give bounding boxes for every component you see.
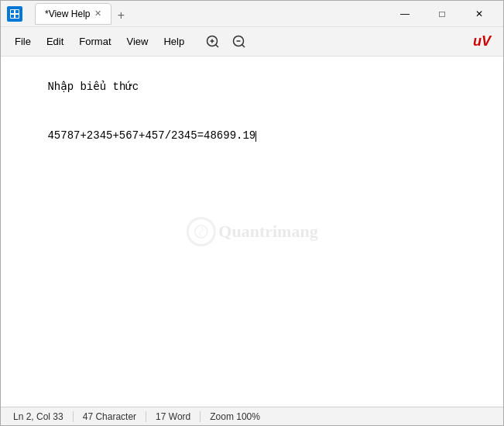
editor-line2: 45787+2345+567+457/2345=48699.19 bbox=[47, 129, 255, 142]
editor-content: Nhập biểu thức 45787+2345+567+457/2345=4… bbox=[9, 63, 495, 160]
watermark: Quantrimang bbox=[186, 217, 317, 246]
svg-line-8 bbox=[216, 44, 219, 47]
title-bar-center: *View Help ✕ + bbox=[29, 3, 387, 25]
active-tab[interactable]: *View Help ✕ bbox=[35, 3, 111, 25]
status-ln-col: Ln 2, Col 33 bbox=[13, 411, 74, 422]
status-characters: 47 Character bbox=[74, 411, 146, 422]
menu-edit[interactable]: Edit bbox=[39, 31, 71, 52]
app-icon bbox=[7, 6, 22, 22]
close-btn[interactable]: ✕ bbox=[461, 1, 497, 27]
toolbar bbox=[201, 31, 251, 53]
menu-bar-right: uV bbox=[473, 33, 497, 50]
zoom-in-btn[interactable] bbox=[201, 31, 225, 53]
status-bar: Ln 2, Col 33 47 Character 17 Word Zoom 1… bbox=[1, 407, 503, 425]
minimize-btn[interactable]: — bbox=[387, 1, 423, 27]
maximize-btn[interactable]: □ bbox=[424, 1, 460, 27]
svg-rect-3 bbox=[15, 10, 19, 13]
title-bar-controls: — □ ✕ bbox=[387, 1, 497, 27]
title-bar: *View Help ✕ + — □ ✕ bbox=[1, 1, 503, 27]
menu-file[interactable]: File bbox=[7, 31, 39, 52]
svg-rect-1 bbox=[11, 10, 14, 13]
status-words: 17 Word bbox=[146, 411, 201, 422]
watermark-circle bbox=[186, 217, 215, 246]
status-zoom: Zoom 100% bbox=[201, 411, 269, 422]
tab-title: *View Help bbox=[45, 9, 90, 19]
menu-bar: File Edit Format View Help bbox=[1, 27, 503, 57]
cursor bbox=[255, 131, 256, 142]
uv-logo: uV bbox=[473, 33, 491, 50]
watermark-text: Quantrimang bbox=[218, 222, 317, 242]
svg-rect-2 bbox=[11, 15, 14, 18]
menu-format[interactable]: Format bbox=[71, 31, 118, 52]
editor-area[interactable]: Nhập biểu thức 45787+2345+567+457/2345=4… bbox=[1, 57, 503, 407]
zoom-out-btn[interactable] bbox=[228, 31, 251, 53]
svg-line-11 bbox=[242, 44, 245, 47]
editor-line1: Nhập biểu thức bbox=[47, 81, 139, 93]
new-tab-btn[interactable]: + bbox=[111, 6, 130, 25]
menu-help[interactable]: Help bbox=[156, 31, 192, 52]
menu-items: File Edit Format View Help bbox=[7, 31, 192, 52]
tab-close-btn[interactable]: ✕ bbox=[94, 9, 101, 19]
title-bar-left bbox=[7, 6, 29, 22]
main-window: *View Help ✕ + — □ ✕ File Edit Format Vi… bbox=[0, 0, 504, 426]
svg-rect-4 bbox=[15, 15, 19, 18]
menu-view[interactable]: View bbox=[119, 31, 156, 52]
svg-point-12 bbox=[194, 225, 207, 238]
